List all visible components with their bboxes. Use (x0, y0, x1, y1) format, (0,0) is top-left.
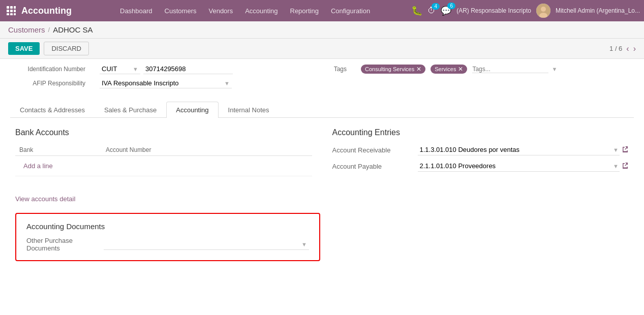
tag-consulting-remove[interactable]: ✕ (416, 66, 421, 73)
tag-services-remove[interactable]: ✕ (458, 66, 463, 73)
app-grid-icon[interactable] (4, 4, 18, 18)
bank-accounts-table: Bank Account Number Add a line (15, 144, 312, 176)
afip-row: AFIP Responsibility IVA Responsable Insc… (10, 78, 634, 88)
payable-select-wrapper: 2.1.1.01.010 Proveedores ▼ (418, 161, 629, 172)
discard-button[interactable]: DISCARD (44, 42, 89, 55)
form-fields: Identification Number CUIT ▼ Tags Consul… (10, 59, 634, 94)
other-purchase-row: Other Purchase Documents ▼ (26, 237, 309, 252)
other-purchase-label-line2: Documents (26, 244, 98, 252)
action-bar: SAVE DISCARD 1 / 6 ‹ › (0, 39, 644, 59)
identification-label: Identification Number (10, 66, 91, 73)
main-content: Identification Number CUIT ▼ Tags Consul… (0, 59, 644, 276)
region-label: (AR) Responsable Inscripto (456, 7, 531, 14)
nav-right-area: 🐛 ⏱ 4 💬 6 (AR) Responsable Inscripto Mit… (411, 4, 640, 18)
breadcrumb-parent[interactable]: Customers (8, 25, 45, 34)
chat-icon-btn[interactable]: 💬 6 (441, 6, 451, 16)
user-avatar[interactable] (536, 4, 550, 18)
svg-rect-1 (10, 6, 13, 9)
svg-rect-6 (7, 13, 9, 15)
scroll-area: SAVE DISCARD 1 / 6 ‹ › Identification Nu… (0, 39, 644, 315)
content-wrapper: SAVE DISCARD 1 / 6 ‹ › Identification Nu… (0, 39, 644, 276)
top-navigation: Accounting Dashboard Customers Vendors A… (0, 0, 644, 21)
breadcrumb-current: ADHOC SA (53, 25, 93, 34)
tags-label: Tags (271, 66, 353, 73)
svg-rect-4 (10, 10, 13, 12)
accounting-entries-col: Accounting Entries Account Receivable 1.… (332, 128, 629, 177)
svg-rect-7 (10, 13, 13, 15)
accounting-tab-content: Bank Accounts Bank Account Number Add a … (10, 118, 634, 266)
nav-customers[interactable]: Customers (160, 5, 202, 17)
payable-label: Account Payable (332, 163, 414, 170)
breadcrumb: Customers / ADHOC SA (0, 21, 644, 39)
nav-dashboard[interactable]: Dashboard (115, 5, 158, 17)
accounting-documents-title: Accounting Documents (26, 222, 309, 231)
receivable-ext-link[interactable] (622, 146, 629, 154)
id-type-wrapper: CUIT ▼ (100, 64, 140, 74)
identification-type-select[interactable]: CUIT (100, 64, 140, 74)
payable-select[interactable]: 2.1.1.01.010 Proveedores (418, 161, 620, 172)
afip-select[interactable]: IVA Responsable Inscripto (100, 78, 232, 88)
breadcrumb-separator: / (48, 26, 50, 34)
payable-row: Account Payable 2.1.1.01.010 Proveedores… (332, 161, 629, 172)
app-title: Accounting (21, 6, 103, 16)
nav-links: Dashboard Customers Vendors Accounting R… (115, 5, 411, 17)
pagination-next[interactable]: › (633, 44, 636, 53)
two-col-layout: Bank Accounts Bank Account Number Add a … (15, 128, 629, 177)
tags-value: Consulting Services ✕ Services ✕ ▼ (361, 65, 557, 74)
svg-point-10 (541, 7, 546, 12)
svg-rect-5 (14, 10, 16, 12)
afip-label: AFIP Responsibility (10, 80, 91, 87)
receivable-select[interactable]: 1.1.3.01.010 Deudores por ventas (418, 144, 620, 155)
tab-contacts[interactable]: Contacts & Addresses (10, 102, 95, 118)
tabs-bar: Contacts & Addresses Sales & Purchase Ac… (10, 100, 634, 118)
tab-accounting[interactable]: Accounting (166, 102, 218, 118)
bank-col-header: Bank (15, 144, 102, 156)
svg-rect-3 (7, 10, 9, 12)
tags-dropdown-arrow: ▼ (551, 66, 557, 72)
payable-ext-link[interactable] (622, 162, 629, 171)
afip-select-wrapper: IVA Responsable Inscripto ▼ (100, 78, 232, 88)
identification-number-input[interactable] (143, 64, 233, 74)
afip-value: IVA Responsable Inscripto ▼ (100, 78, 232, 88)
save-button[interactable]: SAVE (8, 42, 40, 55)
add-line-row: Add a line (15, 156, 312, 176)
svg-rect-2 (14, 6, 16, 9)
nav-reporting[interactable]: Reporting (285, 5, 324, 17)
bug-icon-btn[interactable]: 🐛 (411, 5, 422, 16)
receivable-label: Account Receivable (332, 146, 414, 154)
account-col-header: Account Number (102, 144, 312, 156)
chat-badge: 6 (447, 3, 455, 9)
other-purchase-select[interactable] (104, 239, 309, 250)
other-purchase-select-wrapper: ▼ (104, 239, 309, 250)
receivable-select-wrapper: 1.1.3.01.010 Deudores por ventas ▼ (418, 144, 629, 155)
other-purchase-label: Other Purchase Documents (26, 237, 98, 252)
accounting-entries-title: Accounting Entries (332, 128, 629, 137)
clock-badge: 4 (432, 3, 440, 10)
other-purchase-label-line1: Other Purchase (26, 237, 98, 244)
receivable-row: Account Receivable 1.1.3.01.010 Deudores… (332, 144, 629, 155)
tag-consulting-label: Consulting Services (365, 66, 414, 72)
add-line-link[interactable]: Add a line (19, 159, 57, 173)
identification-row: Identification Number CUIT ▼ Tags Consul… (10, 64, 634, 74)
nav-vendors[interactable]: Vendors (203, 5, 238, 17)
tab-sales[interactable]: Sales & Purchase (95, 102, 166, 118)
bank-accounts-col: Bank Accounts Bank Account Number Add a … (15, 128, 312, 177)
pagination-prev[interactable]: ‹ (626, 44, 629, 53)
tab-notes[interactable]: Internal Notes (219, 102, 279, 118)
identification-value: CUIT ▼ (100, 64, 233, 74)
view-accounts-link[interactable]: View accounts detail (15, 195, 75, 203)
user-name: Mitchell Admin (Argentina_Lo... (556, 7, 640, 14)
accounting-documents-box: Accounting Documents Other Purchase Docu… (15, 213, 320, 261)
tags-input[interactable] (472, 66, 548, 73)
bank-accounts-title: Bank Accounts (15, 128, 312, 137)
svg-rect-0 (7, 6, 9, 9)
nav-configuration[interactable]: Configuration (326, 5, 375, 17)
pagination-text: 1 / 6 (609, 45, 622, 52)
tag-services: Services ✕ (431, 65, 467, 74)
svg-rect-8 (14, 13, 16, 15)
nav-accounting[interactable]: Accounting (240, 5, 283, 17)
clock-icon-btn[interactable]: ⏱ 4 (427, 6, 436, 15)
pagination: 1 / 6 ‹ › (609, 44, 636, 53)
tag-services-label: Services (435, 66, 456, 72)
tag-consulting: Consulting Services ✕ (361, 65, 425, 74)
